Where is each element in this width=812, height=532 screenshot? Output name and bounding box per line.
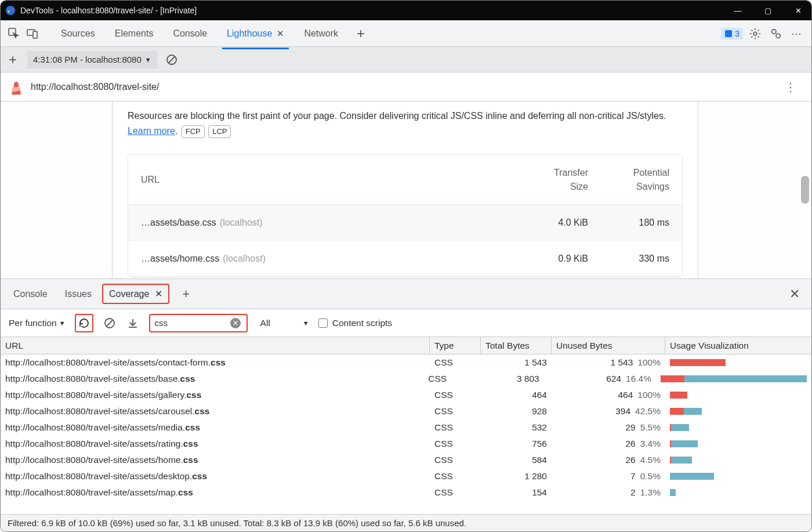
report-selector-label: 4:31:08 PM - localhost:8080 [33,55,142,64]
coverage-table-row[interactable]: http://localhost:8080/travel-site/assets… [1,436,811,452]
lighthouse-report-area: Resources are blocking the first paint o… [1,102,811,279]
add-tab-button[interactable]: + [350,26,372,42]
report-selector[interactable]: 4:31:08 PM - localhost:8080 ▼ [27,51,157,68]
clear-coverage-icon[interactable] [103,316,117,330]
new-report-button[interactable]: + [6,52,19,68]
svg-point-9 [776,34,780,38]
cov-col-unused[interactable]: Unused Bytes [552,337,665,354]
svg-point-8 [772,29,776,33]
svg-rect-6 [725,30,732,37]
tab-lighthouse[interactable]: Lighthouse✕ [219,24,292,44]
coverage-table-row[interactable]: http://localhost:8080/travel-site/assets… [1,371,811,387]
drawer-tab-console[interactable]: Console [6,284,55,304]
svg-point-0 [6,6,15,15]
metric-lcp-pill: LCP [208,125,231,139]
metric-fcp-pill: FCP [182,125,205,139]
usage-bar [661,375,807,382]
coverage-table-row[interactable]: http://localhost:8080/travel-site/assets… [1,387,811,403]
tab-console[interactable]: Console [165,24,215,44]
drawer-tab-issues[interactable]: Issues [58,284,99,304]
content-scripts-toggle[interactable]: Content scripts [318,318,392,328]
usage-bar [670,473,714,480]
coverage-table-row[interactable]: http://localhost:8080/travel-site/assets… [1,419,811,436]
svg-line-11 [169,57,175,63]
lh-col-size: TransferSize [513,166,588,194]
usage-bar [670,440,698,447]
page-url: http://localhost:8080/travel-site/ [31,82,159,92]
close-tab-icon[interactable]: ✕ [277,28,284,38]
learn-more-link[interactable]: Learn more [128,126,175,136]
drawer-close-icon[interactable]: ✕ [784,287,806,302]
drawer-tabs: ConsoleIssuesCoverage✕ + ✕ [1,279,811,309]
status-bar: Filtered: 6.9 kB of 10.0 kB (69%) used s… [1,514,811,531]
clear-filter-icon[interactable]: ✕ [230,318,241,328]
devtools-main-tabs: SourcesElementsConsoleLighthouse✕Network… [1,20,811,47]
page-menu-icon[interactable]: ⋮ [780,78,802,96]
usage-bar [670,359,726,366]
devtools-app-icon [5,5,16,16]
usage-bar [670,392,687,399]
more-menu-icon[interactable]: ⋯ [788,26,806,41]
usage-bar [670,424,689,431]
issues-badge[interactable]: 3 [721,28,743,39]
lh-col-savings: PotentialSavings [588,166,669,194]
settings-gear-icon[interactable] [746,26,764,41]
svg-rect-5 [33,31,37,38]
tab-elements[interactable]: Elements [107,24,162,44]
coverage-url-filter[interactable]: ✕ [149,314,248,332]
cov-col-total[interactable]: Total Bytes [481,337,552,354]
coverage-table-row[interactable]: http://localhost:8080/travel-site/assets… [1,403,811,419]
svg-point-2 [11,8,13,10]
scrollbar[interactable] [801,102,810,278]
add-drawer-tab-button[interactable]: + [175,287,197,302]
tab-network[interactable]: Network [296,24,346,44]
audit-description: Resources are blocking the first paint o… [128,108,683,138]
window-minimize-icon[interactable]: ― [729,6,746,15]
export-coverage-icon[interactable] [126,316,140,330]
device-toolbar-icon[interactable] [25,26,40,41]
lighthouse-table-row[interactable]: …assets/base.css(localhost)4.0 KiB180 ms [128,205,682,241]
coverage-type-filter[interactable]: All▼ [257,318,309,328]
usage-bar [670,457,692,464]
svg-point-1 [8,10,10,13]
window-titlebar: DevTools - localhost:8080/travel-site/ -… [1,1,811,20]
clear-report-icon[interactable] [165,53,178,66]
window-maximize-icon[interactable]: ▢ [759,6,777,15]
coverage-mode-selector[interactable]: Per function▼ [9,318,66,328]
inspect-element-icon[interactable] [6,26,21,41]
svg-line-13 [107,320,113,326]
cov-col-viz[interactable]: Usage Visualization [665,337,811,354]
customize-icon[interactable] [767,26,785,41]
svg-point-7 [753,32,757,35]
usage-bar [670,489,676,496]
coverage-table-row[interactable]: http://localhost:8080/travel-site/assets… [1,484,811,501]
content-scripts-checkbox[interactable] [318,319,328,328]
cov-col-type[interactable]: Type [430,337,481,354]
status-text: Filtered: 6.9 kB of 10.0 kB (69%) used s… [8,518,466,528]
reload-button[interactable] [75,314,93,332]
close-drawer-tab-icon[interactable]: ✕ [155,288,162,299]
usage-bar [670,408,702,415]
lighthouse-table-row[interactable]: …assets/home.css(localhost)0.9 KiB330 ms [128,241,682,277]
tab-sources[interactable]: Sources [53,24,103,44]
url-filter-input[interactable] [155,318,228,328]
lighthouse-logo-icon [10,80,23,94]
coverage-table: URL Type Total Bytes Unused Bytes Usage … [1,337,811,514]
coverage-table-row[interactable]: http://localhost:8080/travel-site/assets… [1,354,811,371]
coverage-table-row[interactable]: http://localhost:8080/travel-site/assets… [1,452,811,468]
lighthouse-table: URL TransferSize PotentialSavings …asset… [128,154,683,277]
caret-down-icon: ▼ [59,320,66,327]
window-close-icon[interactable]: ✕ [789,6,807,15]
caret-down-icon: ▼ [303,320,309,327]
cov-col-url[interactable]: URL [1,337,430,354]
coverage-toolbar: Per function▼ ✕ All▼ Content scripts [1,309,811,337]
window-title: DevTools - localhost:8080/travel-site/ -… [20,6,724,15]
issues-count: 3 [735,29,740,38]
scrollbar-thumb[interactable] [801,176,809,204]
drawer-tab-coverage[interactable]: Coverage✕ [102,284,169,304]
lighthouse-report-bar: + 4:31:08 PM - localhost:8080 ▼ [1,47,811,73]
lh-col-url: URL [141,175,513,185]
page-header: http://localhost:8080/travel-site/ ⋮ [1,73,811,102]
caret-down-icon: ▼ [145,56,151,63]
coverage-table-row[interactable]: http://localhost:8080/travel-site/assets… [1,468,811,484]
